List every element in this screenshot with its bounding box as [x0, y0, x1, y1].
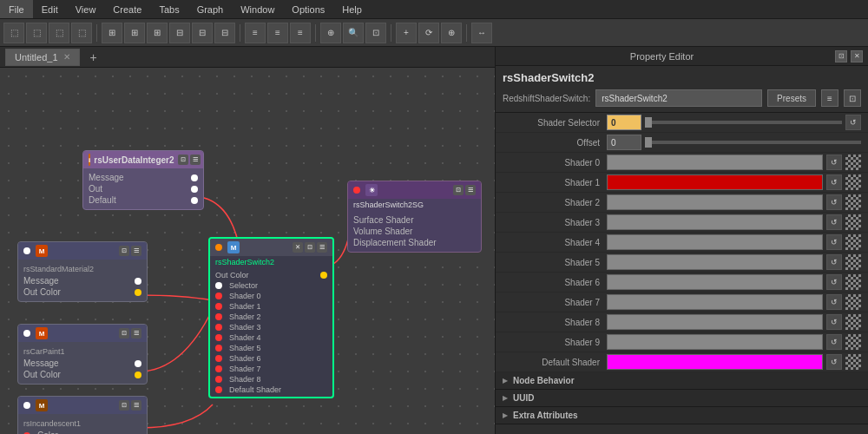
- prop-shader-1-swatch[interactable]: [607, 174, 823, 190]
- prop-shader-4-btn[interactable]: ↺: [826, 234, 842, 250]
- prop-shader-6-checker[interactable]: [845, 274, 861, 290]
- toolbar-btn-11[interactable]: ≡: [245, 23, 266, 43]
- node-ctrl-3a[interactable]: ⊡: [119, 328, 129, 339]
- toolbar-btn-18[interactable]: ⟳: [418, 23, 439, 43]
- prop-slider-thumb-1[interactable]: [645, 117, 652, 128]
- prop-shader-2-checker[interactable]: [845, 194, 861, 210]
- prop-shader-9-btn[interactable]: ↺: [826, 334, 842, 350]
- node-carpaint1[interactable]: M ⊡ ☰ rsCarPaint1 Message Out Color: [17, 324, 148, 385]
- node-shader-switch2-sg[interactable]: ☀ ⊡ ☰ rsShaderSwitch2SG Surface Shader V…: [347, 181, 482, 253]
- menu-file[interactable]: File: [0, 0, 33, 18]
- toolbar-btn-20[interactable]: ↔: [471, 23, 492, 43]
- tab-untitled[interactable]: Untitled_1 ✕: [5, 49, 80, 66]
- prop-slider-thumb-2[interactable]: [645, 137, 652, 148]
- toolbar-btn-17[interactable]: +: [396, 23, 417, 43]
- prop-shader-2-swatch[interactable]: [607, 194, 823, 210]
- prop-shader-6-btn[interactable]: ↺: [826, 274, 842, 290]
- toolbar-btn-2[interactable]: ⬚: [26, 23, 47, 43]
- prop-shader-4-swatch[interactable]: [607, 234, 823, 250]
- toolbar-btn-8[interactable]: ⊟: [169, 23, 190, 43]
- prop-shader-3-swatch[interactable]: [607, 214, 823, 230]
- port-out-message[interactable]: [191, 174, 198, 181]
- port-in-sh2[interactable]: [215, 313, 222, 320]
- node-canvas[interactable]: i rsUserDataInteger2 ⊡ ☰ Message Out: [0, 68, 495, 434]
- prop-shader-0-swatch[interactable]: [607, 155, 823, 170]
- port-in-sh3[interactable]: [215, 324, 222, 331]
- toolbar-btn-4[interactable]: ⬚: [71, 23, 92, 43]
- node-standard-material2[interactable]: M ⊡ ☰ rsStandardMaterial2 Message Out Co…: [17, 241, 148, 302]
- toolbar-btn-16[interactable]: ⊡: [365, 23, 386, 43]
- prop-shader-8-checker[interactable]: [845, 314, 861, 330]
- prop-icon-btn-2[interactable]: ⊡: [844, 89, 861, 107]
- prop-shader-7-swatch[interactable]: [607, 294, 823, 310]
- toolbar-btn-6[interactable]: ⊞: [124, 23, 145, 43]
- prop-shader-selector-slider[interactable]: [645, 121, 842, 124]
- menu-window[interactable]: Window: [232, 0, 283, 18]
- prop-shader-2-btn[interactable]: ↺: [826, 194, 842, 210]
- toolbar-btn-12[interactable]: ≡: [267, 23, 288, 43]
- prop-default-shader-btn[interactable]: ↺: [826, 354, 842, 370]
- toolbar-btn-19[interactable]: ⊕: [441, 23, 462, 43]
- node-shader-switch2[interactable]: M ✕ ⊡ ☰ rsShaderSwitch2 Out Color: [208, 237, 334, 398]
- prop-offset-input[interactable]: [607, 135, 641, 150]
- node-ctrl-4b[interactable]: ☰: [131, 400, 141, 411]
- prop-default-shader-checker[interactable]: [845, 354, 861, 370]
- prop-shader-3-checker[interactable]: [845, 214, 861, 230]
- toolbar-btn-9[interactable]: ⊟: [192, 23, 213, 43]
- node-ctrl-5b[interactable]: ☰: [317, 242, 327, 253]
- port-in-switch-selector[interactable]: [215, 244, 222, 251]
- port-out-color5[interactable]: [320, 272, 327, 279]
- prop-shader-6-swatch[interactable]: [607, 274, 823, 290]
- tab-add-btn[interactable]: +: [85, 49, 102, 66]
- toolbar-btn-14[interactable]: ⊕: [320, 23, 341, 43]
- toolbar-btn-1[interactable]: ⬚: [3, 23, 24, 43]
- prop-shader-8-swatch[interactable]: [607, 314, 823, 330]
- toolbar-btn-13[interactable]: ≡: [290, 23, 311, 43]
- toolbar-btn-7[interactable]: ⊞: [147, 23, 168, 43]
- prop-shader-7-btn[interactable]: ↺: [826, 294, 842, 310]
- toolbar-btn-15[interactable]: 🔍: [343, 23, 364, 43]
- port-out-color3[interactable]: [135, 372, 141, 378]
- prop-redshift-input[interactable]: [595, 89, 762, 107]
- menu-create[interactable]: Create: [104, 0, 150, 18]
- port-out-msg2[interactable]: [135, 278, 141, 285]
- prop-shader-4-checker[interactable]: [845, 234, 861, 250]
- node-ctrl-a[interactable]: ⊡: [178, 155, 188, 165]
- prop-shader-8-btn[interactable]: ↺: [826, 314, 842, 330]
- port-in-sh8[interactable]: [215, 376, 222, 383]
- port-in-sh4[interactable]: [215, 334, 222, 341]
- port-in-incandescent[interactable]: [23, 402, 30, 409]
- node-user-data-integer2[interactable]: i rsUserDataInteger2 ⊡ ☰ Message Out: [82, 150, 204, 210]
- node-ctrl-4a[interactable]: ⊡: [119, 400, 129, 411]
- menu-edit[interactable]: Edit: [33, 0, 67, 18]
- prop-shader-selector-input[interactable]: [607, 115, 641, 130]
- port-in-sh5[interactable]: [215, 345, 222, 352]
- prop-shader-0-checker[interactable]: [845, 155, 861, 170]
- node-ctrl-2b[interactable]: ☰: [131, 246, 141, 256]
- prop-shader-9-swatch[interactable]: [607, 334, 823, 350]
- prop-shader-7-checker[interactable]: [845, 294, 861, 310]
- port-out-msg3[interactable]: [135, 360, 141, 367]
- node-ctrl-5a[interactable]: ⊡: [305, 242, 315, 253]
- node-incandescent1[interactable]: M ⊡ ☰ rsIncandescent1 Color Intensity: [17, 396, 148, 434]
- node-ctrl-6a[interactable]: ⊡: [453, 185, 464, 195]
- node-ctrl-2a[interactable]: ⊡: [119, 246, 129, 256]
- port-in-sh7[interactable]: [215, 365, 222, 372]
- port-in-sg[interactable]: [353, 187, 360, 194]
- toolbar-btn-3[interactable]: ⬚: [49, 23, 69, 43]
- title-ctrl-restore[interactable]: ⊡: [835, 50, 847, 62]
- node-ctrl-6b[interactable]: ☰: [465, 185, 476, 195]
- port-out-color2[interactable]: [135, 289, 141, 296]
- menu-view[interactable]: View: [67, 0, 105, 18]
- prop-section-extra-attributes[interactable]: ▶ Extra Attributes: [496, 407, 868, 424]
- title-ctrl-close[interactable]: ✕: [851, 50, 863, 62]
- menu-help[interactable]: Help: [333, 0, 371, 18]
- prop-shader-1-checker[interactable]: [845, 174, 861, 190]
- prop-default-shader-swatch[interactable]: [607, 354, 823, 370]
- prop-offset-slider[interactable]: [645, 141, 861, 144]
- menu-graph[interactable]: Graph: [188, 0, 233, 18]
- toolbar-btn-5[interactable]: ⊞: [102, 23, 122, 43]
- port-out-default[interactable]: [191, 197, 198, 204]
- menu-tabs[interactable]: Tabs: [150, 0, 187, 18]
- prop-shader-5-checker[interactable]: [845, 254, 861, 270]
